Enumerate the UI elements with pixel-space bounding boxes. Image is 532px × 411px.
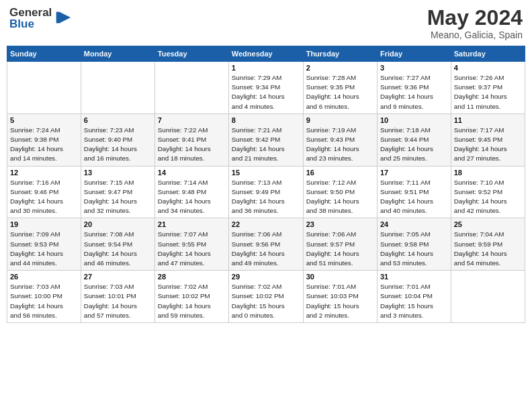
- calendar-cell: 27Sunrise: 7:03 AM Sunset: 10:01 PM Dayl…: [81, 271, 154, 323]
- calendar-cell: 19Sunrise: 7:09 AM Sunset: 9:53 PM Dayli…: [7, 218, 81, 271]
- calendar-cell: 29Sunrise: 7:02 AM Sunset: 10:02 PM Dayl…: [228, 271, 303, 323]
- calendar-cell: 17Sunrise: 7:11 AM Sunset: 9:51 PM Dayli…: [377, 166, 451, 218]
- day-info: Sunrise: 7:02 AM Sunset: 10:02 PM Daylig…: [232, 282, 300, 320]
- calendar-cell: 23Sunrise: 7:06 AM Sunset: 9:57 PM Dayli…: [303, 218, 377, 271]
- calendar-cell: 25Sunrise: 7:04 AM Sunset: 9:59 PM Dayli…: [451, 218, 525, 271]
- svg-rect-1: [56, 12, 60, 24]
- day-info: Sunrise: 7:12 AM Sunset: 9:50 PM Dayligh…: [306, 178, 374, 216]
- calendar-cell: 22Sunrise: 7:06 AM Sunset: 9:56 PM Dayli…: [228, 218, 303, 271]
- logo: General Blue: [9, 7, 72, 30]
- day-number: 8: [232, 116, 300, 124]
- day-info: Sunrise: 7:29 AM Sunset: 9:34 PM Dayligh…: [232, 73, 300, 111]
- day-info: Sunrise: 7:04 AM Sunset: 9:59 PM Dayligh…: [454, 230, 522, 268]
- day-info: Sunrise: 7:10 AM Sunset: 9:52 PM Dayligh…: [454, 178, 522, 216]
- calendar-cell: 26Sunrise: 7:03 AM Sunset: 10:00 PM Dayl…: [7, 271, 81, 323]
- day-number: 31: [380, 273, 448, 281]
- calendar-cell: 3Sunrise: 7:27 AM Sunset: 9:36 PM Daylig…: [377, 62, 451, 114]
- page: General Blue May 2024 Meano, Galicia, Sp…: [0, 0, 532, 411]
- week-row-2: 5Sunrise: 7:24 AM Sunset: 9:38 PM Daylig…: [7, 113, 525, 166]
- day-info: Sunrise: 7:03 AM Sunset: 10:00 PM Daylig…: [10, 282, 78, 320]
- logo-blue: Blue: [9, 18, 52, 30]
- day-info: Sunrise: 7:17 AM Sunset: 9:45 PM Dayligh…: [454, 126, 522, 164]
- day-info: Sunrise: 7:05 AM Sunset: 9:58 PM Dayligh…: [380, 230, 448, 268]
- calendar-cell: 13Sunrise: 7:15 AM Sunset: 9:47 PM Dayli…: [81, 166, 154, 218]
- day-number: 18: [454, 169, 522, 177]
- day-number: 30: [306, 273, 374, 281]
- col-saturday: Saturday: [451, 46, 525, 62]
- day-info: Sunrise: 7:02 AM Sunset: 10:02 PM Daylig…: [158, 282, 226, 320]
- subtitle: Meano, Galicia, Spain: [427, 30, 523, 40]
- day-info: Sunrise: 7:01 AM Sunset: 10:04 PM Daylig…: [380, 282, 448, 320]
- day-info: Sunrise: 7:11 AM Sunset: 9:51 PM Dayligh…: [380, 178, 448, 216]
- calendar-cell: 18Sunrise: 7:10 AM Sunset: 9:52 PM Dayli…: [451, 166, 525, 218]
- calendar-cell: 14Sunrise: 7:14 AM Sunset: 9:48 PM Dayli…: [154, 166, 228, 218]
- day-number: 17: [380, 169, 448, 177]
- logo-text: General Blue: [9, 7, 52, 30]
- logo-icon: [53, 9, 72, 28]
- col-sunday: Sunday: [7, 46, 81, 62]
- day-info: Sunrise: 7:07 AM Sunset: 9:55 PM Dayligh…: [158, 230, 226, 268]
- day-info: Sunrise: 7:09 AM Sunset: 9:53 PM Dayligh…: [10, 230, 78, 268]
- title-block: May 2024 Meano, Galicia, Spain: [427, 7, 523, 40]
- day-number: 13: [84, 169, 152, 177]
- calendar-cell: 20Sunrise: 7:08 AM Sunset: 9:54 PM Dayli…: [81, 218, 154, 271]
- day-info: Sunrise: 7:08 AM Sunset: 9:54 PM Dayligh…: [84, 230, 152, 268]
- day-info: Sunrise: 7:21 AM Sunset: 9:42 PM Dayligh…: [232, 126, 300, 164]
- day-info: Sunrise: 7:22 AM Sunset: 9:41 PM Dayligh…: [158, 126, 226, 164]
- calendar-cell: 31Sunrise: 7:01 AM Sunset: 10:04 PM Dayl…: [377, 271, 451, 323]
- day-info: Sunrise: 7:13 AM Sunset: 9:49 PM Dayligh…: [232, 178, 300, 216]
- day-info: Sunrise: 7:06 AM Sunset: 9:56 PM Dayligh…: [232, 230, 300, 268]
- day-number: 26: [10, 273, 78, 281]
- calendar-cell: 7Sunrise: 7:22 AM Sunset: 9:41 PM Daylig…: [154, 113, 228, 166]
- col-thursday: Thursday: [303, 46, 377, 62]
- day-info: Sunrise: 7:26 AM Sunset: 9:37 PM Dayligh…: [454, 73, 522, 111]
- calendar-cell: 16Sunrise: 7:12 AM Sunset: 9:50 PM Dayli…: [303, 166, 377, 218]
- calendar-cell: 28Sunrise: 7:02 AM Sunset: 10:02 PM Dayl…: [154, 271, 228, 323]
- header: General Blue May 2024 Meano, Galicia, Sp…: [7, 7, 525, 40]
- month-title: May 2024: [427, 7, 523, 28]
- day-number: 2: [306, 64, 374, 72]
- day-number: 23: [306, 220, 374, 228]
- day-info: Sunrise: 7:19 AM Sunset: 9:43 PM Dayligh…: [306, 126, 374, 164]
- day-number: 9: [306, 116, 374, 124]
- calendar: Sunday Monday Tuesday Wednesday Thursday…: [7, 46, 525, 323]
- calendar-cell: 1Sunrise: 7:29 AM Sunset: 9:34 PM Daylig…: [228, 62, 303, 114]
- calendar-cell: 24Sunrise: 7:05 AM Sunset: 9:58 PM Dayli…: [377, 218, 451, 271]
- day-number: 14: [158, 169, 226, 177]
- calendar-cell: 5Sunrise: 7:24 AM Sunset: 9:38 PM Daylig…: [7, 113, 81, 166]
- day-info: Sunrise: 7:01 AM Sunset: 10:03 PM Daylig…: [306, 282, 374, 320]
- day-number: 12: [10, 169, 78, 177]
- day-number: 16: [306, 169, 374, 177]
- logo-general: General: [9, 7, 52, 18]
- calendar-cell: [7, 62, 81, 114]
- week-row-5: 26Sunrise: 7:03 AM Sunset: 10:00 PM Dayl…: [7, 271, 525, 323]
- col-monday: Monday: [81, 46, 154, 62]
- calendar-cell: 21Sunrise: 7:07 AM Sunset: 9:55 PM Dayli…: [154, 218, 228, 271]
- day-number: 24: [380, 220, 448, 228]
- calendar-cell: [81, 62, 154, 114]
- calendar-cell: 9Sunrise: 7:19 AM Sunset: 9:43 PM Daylig…: [303, 113, 377, 166]
- day-number: 7: [158, 116, 226, 124]
- day-info: Sunrise: 7:15 AM Sunset: 9:47 PM Dayligh…: [84, 178, 152, 216]
- day-number: 25: [454, 220, 522, 228]
- day-info: Sunrise: 7:18 AM Sunset: 9:44 PM Dayligh…: [380, 126, 448, 164]
- day-info: Sunrise: 7:16 AM Sunset: 9:46 PM Dayligh…: [10, 178, 78, 216]
- calendar-cell: 4Sunrise: 7:26 AM Sunset: 9:37 PM Daylig…: [451, 62, 525, 114]
- week-row-1: 1Sunrise: 7:29 AM Sunset: 9:34 PM Daylig…: [7, 62, 525, 114]
- calendar-cell: 11Sunrise: 7:17 AM Sunset: 9:45 PM Dayli…: [451, 113, 525, 166]
- calendar-cell: [154, 62, 228, 114]
- day-number: 1: [232, 64, 300, 72]
- day-number: 29: [232, 273, 300, 281]
- calendar-cell: 30Sunrise: 7:01 AM Sunset: 10:03 PM Dayl…: [303, 271, 377, 323]
- col-tuesday: Tuesday: [154, 46, 228, 62]
- day-number: 11: [454, 116, 522, 124]
- header-row: Sunday Monday Tuesday Wednesday Thursday…: [7, 46, 525, 62]
- day-number: 21: [158, 220, 226, 228]
- day-number: 20: [84, 220, 152, 228]
- day-info: Sunrise: 7:06 AM Sunset: 9:57 PM Dayligh…: [306, 230, 374, 268]
- day-info: Sunrise: 7:28 AM Sunset: 9:35 PM Dayligh…: [306, 73, 374, 111]
- day-number: 28: [158, 273, 226, 281]
- day-number: 4: [454, 64, 522, 72]
- calendar-cell: 15Sunrise: 7:13 AM Sunset: 9:49 PM Dayli…: [228, 166, 303, 218]
- calendar-cell: 10Sunrise: 7:18 AM Sunset: 9:44 PM Dayli…: [377, 113, 451, 166]
